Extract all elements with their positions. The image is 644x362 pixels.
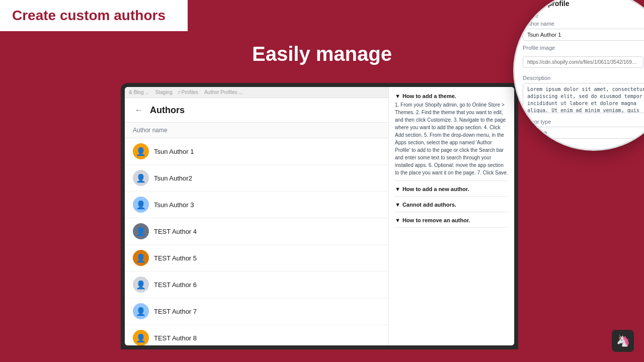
faq-item: ▼ How to add a new author. <box>395 186 508 197</box>
page-title: Create custom authors <box>12 7 176 24</box>
laptop-screen: & Blog ... Staging r Profiles Author Pro… <box>125 87 514 345</box>
laptop-frame: & Blog ... Staging r Profiles Author Pro… <box>121 83 518 349</box>
profile-image-label: Profile image <box>523 45 644 51</box>
author-name-input[interactable] <box>523 29 644 41</box>
description-label: Description <box>523 75 644 81</box>
faq-panel: ▼ How to add a theme.1. From your Shopif… <box>388 87 514 345</box>
author-name: TEST Author 5 <box>154 254 197 262</box>
avatar: 👤 <box>133 250 149 266</box>
author-name: Tsun Author2 <box>154 174 192 182</box>
profile-image-row: https://cdn.shopify.com/s/files/1/0611/3… <box>523 53 644 71</box>
avatar: 👤 <box>133 303 149 319</box>
faq-question[interactable]: ▼ How to remove an author. <box>395 217 508 223</box>
author-name-label: Author name <box>523 21 644 27</box>
faq-question[interactable]: ▼ Cannot add authors. <box>395 202 508 208</box>
faq-item: ▼ Cannot add authors. <box>395 202 508 212</box>
avatar: 👤 <box>133 197 149 213</box>
back-button[interactable]: ← <box>133 104 145 116</box>
profile-image-url: https://cdn.shopify.com/s/files/1/0611/3… <box>523 56 643 68</box>
profile-section-label: Profile <box>523 13 644 19</box>
avatar: 👤 <box>133 170 149 186</box>
title-box: Create custom authors <box>0 0 188 31</box>
faq-item: ▼ How to add a theme.1. From your Shopif… <box>395 93 508 181</box>
description-textarea[interactable]: Lorem ipsum dolor sit amet, consectetur … <box>523 83 644 113</box>
author-name: TEST Author 6 <box>154 281 197 289</box>
faq-question[interactable]: ▼ How to add a new author. <box>395 186 508 192</box>
author-type-label: Author type <box>523 119 644 125</box>
avatar: 👤 <box>133 330 149 345</box>
avatar: 👤 <box>133 223 149 239</box>
faq-item: ▼ How to remove an author. <box>395 217 508 228</box>
author-name: Tsun Author 3 <box>154 201 194 209</box>
avatar: 👤 <box>133 277 149 293</box>
unicorn-icon[interactable]: 🦄 <box>612 330 634 352</box>
panel-title: Authors <box>150 105 185 116</box>
author-name: TEST Author 7 <box>154 308 197 315</box>
faq-answer: 1. From your Shopify admin, go to Online… <box>395 101 508 176</box>
faq-question[interactable]: ▼ How to add a theme. <box>395 93 508 99</box>
author-name: Tsun Author 1 <box>154 148 194 155</box>
avatar: 👤 <box>133 143 149 159</box>
author-name: TEST Author 8 <box>154 334 197 342</box>
subtitle: Easily manage <box>252 43 392 65</box>
author-name: TEST Author 4 <box>154 228 197 235</box>
unicorn-emoji: 🦄 <box>616 334 630 347</box>
